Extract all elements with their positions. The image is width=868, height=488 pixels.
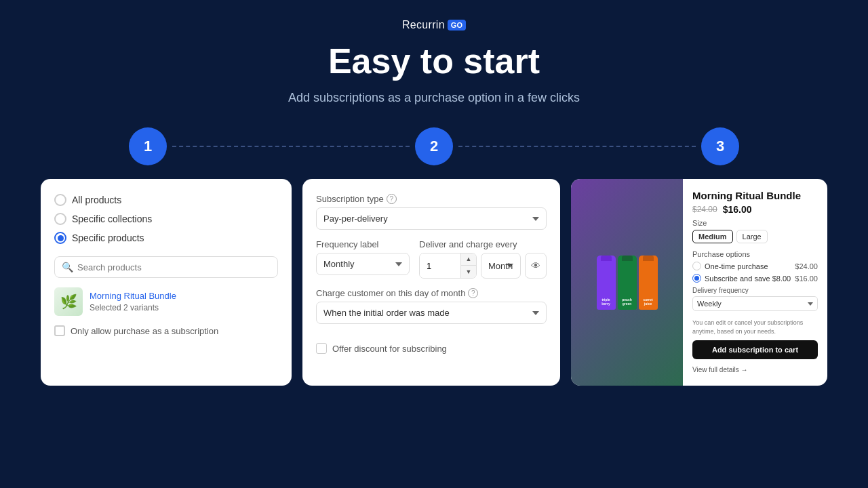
preview-product-title: Morning Ritual Bundle [692,190,818,201]
only-subscription-label: Only allow purchase as a subscription [71,326,218,336]
deliver-charge-label: Deliver and charge every [419,239,547,249]
charge-day-select[interactable]: When the initial order was made [316,302,547,324]
stepper-up[interactable]: ▲ [461,253,476,266]
option-price-subscribe: $16.00 [795,274,818,283]
deliver-number-input[interactable] [420,253,460,278]
logo-badge: GO [448,20,466,30]
bottle-3: carrotjuice [639,256,658,310]
frequency-input[interactable] [316,253,410,275]
search-box: 🔍 [54,256,278,278]
cards-row: All products Specific collections Specif… [41,179,827,386]
product-thumbnail: 🌿 [54,287,83,316]
card-preview: tripleberry peachgreen carrotjuice Morni… [571,179,827,386]
charge-day-help-icon[interactable]: ? [468,288,478,298]
product-link[interactable]: Morning Ritual Bundle [90,291,176,301]
step-dots-1 [172,146,410,147]
offer-discount-row: Offer discount for subscribing [316,343,547,354]
size-label: Size [692,219,818,227]
frequency-label-col: Frequency label [316,239,410,279]
month-select[interactable]: Month [481,253,521,279]
radio-outer-products [54,232,66,244]
card-subscription: Subscription type ? Pay-per-delivery Fre… [302,179,560,386]
deliver-charge-col: Deliver and charge every ▲ ▼ Month 👁 [419,239,547,279]
bottle-1: tripleberry [597,256,616,310]
product-info: Morning Ritual Bundle Selected 2 variant… [90,291,176,313]
step-dots-2 [458,146,696,147]
product-item: 🌿 Morning Ritual Bundle Selected 2 varia… [54,287,278,316]
option-radio-one-time[interactable] [692,262,701,270]
view-details-arrow: → [741,366,748,373]
offer-discount-label: Offer discount for subscribing [332,344,447,354]
step-2: 2 [415,127,453,165]
radio-specific-collections[interactable]: Specific collections [54,213,278,225]
only-subscription-row: Only allow purchase as a subscription [54,325,278,336]
option-price-one-time: $24.00 [795,262,818,270]
offer-discount-checkbox[interactable] [316,343,327,354]
only-subscription-checkbox[interactable] [54,325,65,336]
frequency-row: Frequency label Deliver and charge every… [316,239,547,279]
price-original: $24.00 [692,205,717,214]
size-large[interactable]: Large [736,230,768,243]
bottle-cap-1 [601,256,612,261]
radio-label-collections: Specific collections [72,214,152,224]
deliver-number-wrap: ▲ ▼ [419,253,477,279]
radio-outer-collections [54,213,66,225]
option-subscribe: Subscribe and save $8.00 $16.00 [692,274,818,283]
add-to-cart-button[interactable]: Add subscription to cart [692,340,818,359]
bottle-row: tripleberry peachgreen carrotjuice [597,256,658,310]
number-stepper: ▲ ▼ [460,253,476,278]
bottle-2: peachgreen [618,256,637,310]
size-medium[interactable]: Medium [692,230,733,243]
subscription-type-section: Subscription type ? Pay-per-delivery [316,194,547,239]
charge-section: Charge customer on this day of month ? W… [316,288,547,333]
radio-specific-products[interactable]: Specific products [54,232,278,244]
option-one-time: One-time purchase $24.00 [692,262,818,270]
deliver-charge-inputs: ▲ ▼ Month 👁 [419,253,547,279]
logo: RecurrinGO [402,19,466,31]
price-row: $24.00 $16.00 [692,204,818,215]
option-radio-subscribe[interactable] [692,274,701,283]
subscription-type-select[interactable]: Pay-per-delivery [316,207,547,230]
price-current: $16.00 [723,204,752,215]
preview-content: Morning Ritual Bundle $24.00 $16.00 Size… [683,179,827,386]
logo-text: Recurrin [402,19,445,31]
size-buttons: Medium Large [692,230,818,243]
search-icon: 🔍 [62,262,73,272]
page-title: Easy to start [328,42,540,81]
view-full-details-text: View full details [692,366,739,373]
subscription-type-label: Subscription type ? [316,194,547,204]
radio-outer-all [54,194,66,206]
option-text-subscribe: Subscribe and save $8.00 [705,274,791,283]
bottles-visual: tripleberry peachgreen carrotjuice [590,249,665,317]
radio-all-products[interactable]: All products [54,194,278,206]
view-full-details-link[interactable]: View full details → [692,366,748,373]
delivery-freq-section: Delivery frequency Weekly [692,287,818,314]
delivery-freq-select[interactable]: Weekly [692,296,818,311]
preview-image: tripleberry peachgreen carrotjuice [571,179,683,386]
bottle-cap-3 [643,256,654,261]
radio-inner-products [58,235,64,241]
frequency-label-label: Frequency label [316,239,410,249]
step-1: 1 [129,127,167,165]
delivery-freq-label: Delivery frequency [692,287,818,294]
subscription-note: You can edit or cancel your subscription… [692,319,818,336]
radio-label-products: Specific products [72,232,144,243]
stepper-down[interactable]: ▼ [461,266,476,278]
bottle-cap-2 [622,256,633,261]
preview-button[interactable]: 👁 [525,253,547,279]
card-products: All products Specific collections Specif… [41,179,292,386]
header: RecurrinGO Easy to start Add subscriptio… [288,0,580,107]
steps-row: 1 2 3 [129,127,739,165]
subscription-type-help-icon[interactable]: ? [387,194,397,204]
radio-label-all: All products [72,195,121,205]
product-scope-group: All products Specific collections Specif… [54,194,278,244]
search-input[interactable] [77,262,271,272]
charge-day-label: Charge customer on this day of month ? [316,288,547,298]
product-variants: Selected 2 variants [90,303,159,312]
page-subtitle: Add subscriptions as a purchase option i… [288,89,580,107]
step-3: 3 [701,127,739,165]
purchase-options-label: Purchase options [692,250,818,258]
option-text-one-time: One-time purchase [705,262,768,270]
